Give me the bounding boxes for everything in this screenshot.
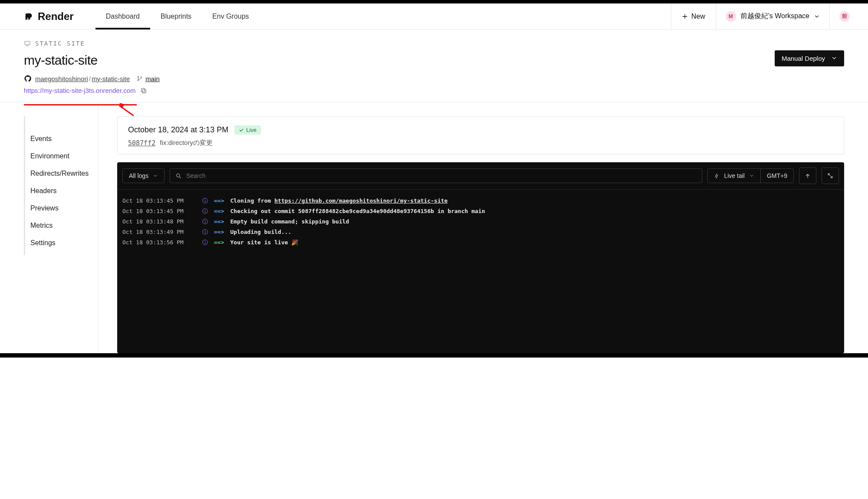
- nav-dashboard[interactable]: Dashboard: [95, 3, 150, 29]
- chevron-down-icon: [831, 55, 837, 61]
- workspace-avatar: M: [726, 11, 736, 22]
- sidebar-item-previews[interactable]: Previews: [30, 200, 98, 217]
- sidebar-item-redirects[interactable]: Redirects/Rewrites: [30, 165, 98, 182]
- log-output: Oct 18 03:13:45 PMⓘ==>Cloning from https…: [117, 190, 844, 254]
- sidebar-item-headers[interactable]: Headers: [30, 182, 98, 200]
- repo-name[interactable]: my-static-site: [92, 75, 130, 82]
- svg-rect-0: [25, 41, 30, 45]
- new-button[interactable]: New: [671, 3, 716, 29]
- commit-hash-link[interactable]: 5087ff2: [128, 139, 155, 147]
- workspace-label: 前越俊紀's Workspace: [740, 12, 809, 21]
- expand-icon: [827, 173, 833, 179]
- page-title: my-static-site: [24, 53, 98, 68]
- log-line: Oct 18 03:13:45 PMⓘ==>Checking out commi…: [122, 206, 839, 217]
- log-line: Oct 18 03:13:48 PMⓘ==>Empty build comman…: [122, 217, 839, 227]
- sidebar-item-events[interactable]: Events: [30, 130, 98, 148]
- timezone-button[interactable]: GMT+9: [761, 168, 794, 183]
- branch-link[interactable]: main: [137, 75, 160, 82]
- branch-name: main: [145, 75, 160, 82]
- scroll-top-button[interactable]: [799, 167, 816, 184]
- brand-text: Render: [38, 10, 74, 23]
- user-avatar: 前: [839, 11, 850, 22]
- service-type-label: STATIC SITE: [35, 40, 85, 47]
- repo-owner[interactable]: maegoshitoshinori: [35, 75, 88, 82]
- log-filter-label: All logs: [129, 172, 148, 179]
- github-icon: [24, 75, 32, 82]
- primary-nav: Dashboard Blueprints Env Groups: [95, 3, 260, 29]
- copy-icon: [140, 87, 147, 94]
- search-icon: [175, 173, 182, 179]
- sidebar: Events Environment Redirects/Rewrites He…: [24, 116, 98, 255]
- sidebar-item-settings[interactable]: Settings: [30, 234, 98, 252]
- user-avatar-button[interactable]: 前: [830, 3, 859, 29]
- deploy-date: October 18, 2024 at 3:13 PM: [128, 125, 228, 135]
- log-filter-dropdown[interactable]: All logs: [122, 168, 164, 183]
- svg-point-3: [141, 77, 142, 78]
- log-search-input[interactable]: [186, 172, 697, 179]
- expand-button[interactable]: [822, 167, 839, 184]
- commit-message: fix:directoryの変更: [160, 139, 213, 147]
- github-repo-link[interactable]: maegoshitoshinori/my-static-site: [24, 75, 130, 82]
- timezone-label: GMT+9: [767, 172, 787, 179]
- brand-logo[interactable]: Render: [24, 10, 74, 23]
- deploy-summary-card: October 18, 2024 at 3:13 PM Live 5087ff2…: [117, 116, 844, 154]
- live-status-badge: Live: [234, 125, 261, 135]
- svg-point-6: [177, 174, 180, 177]
- log-panel: All logs Live tail GMT+: [117, 162, 844, 353]
- live-tail-toggle[interactable]: Live tail: [707, 168, 760, 183]
- nav-blueprints[interactable]: Blueprints: [150, 3, 202, 29]
- svg-point-1: [138, 76, 139, 78]
- chevron-down-icon: [153, 173, 158, 178]
- page-header: STATIC SITE my-static-site Manual Deploy…: [0, 30, 868, 102]
- sidebar-item-metrics[interactable]: Metrics: [30, 217, 98, 234]
- new-button-label: New: [691, 13, 705, 20]
- log-line: Oct 18 03:13:45 PMⓘ==>Cloning from https…: [122, 196, 839, 206]
- plus-icon: [682, 13, 688, 20]
- log-search[interactable]: [170, 168, 702, 183]
- render-logo-icon: [24, 12, 33, 21]
- log-line: Oct 18 03:13:56 PMⓘ==>Your site is live …: [122, 237, 839, 248]
- workspace-selector[interactable]: M 前越俊紀's Workspace: [716, 3, 829, 29]
- chevron-down-icon: [749, 173, 754, 178]
- live-tail-label: Live tail: [724, 172, 744, 179]
- chevron-down-icon: [814, 13, 820, 20]
- bolt-icon: [714, 173, 720, 179]
- sidebar-item-environment[interactable]: Environment: [30, 148, 98, 165]
- branch-icon: [137, 76, 143, 82]
- copy-url-button[interactable]: [140, 87, 147, 94]
- svg-point-2: [138, 80, 139, 81]
- log-line: Oct 18 03:13:49 PMⓘ==>Uploading build...: [122, 227, 839, 237]
- static-site-icon: [24, 40, 31, 47]
- arrow-up-icon: [805, 173, 811, 179]
- check-icon: [239, 128, 244, 133]
- nav-env-groups[interactable]: Env Groups: [202, 3, 259, 29]
- manual-deploy-label: Manual Deploy: [782, 55, 825, 62]
- svg-rect-4: [142, 89, 146, 93]
- manual-deploy-button[interactable]: Manual Deploy: [775, 50, 844, 66]
- svg-rect-5: [141, 88, 145, 92]
- live-label: Live: [246, 127, 256, 133]
- service-url-link[interactable]: https://my-static-site-j3ts.onrender.com: [24, 87, 136, 94]
- top-nav: Render Dashboard Blueprints Env Groups N…: [0, 3, 868, 30]
